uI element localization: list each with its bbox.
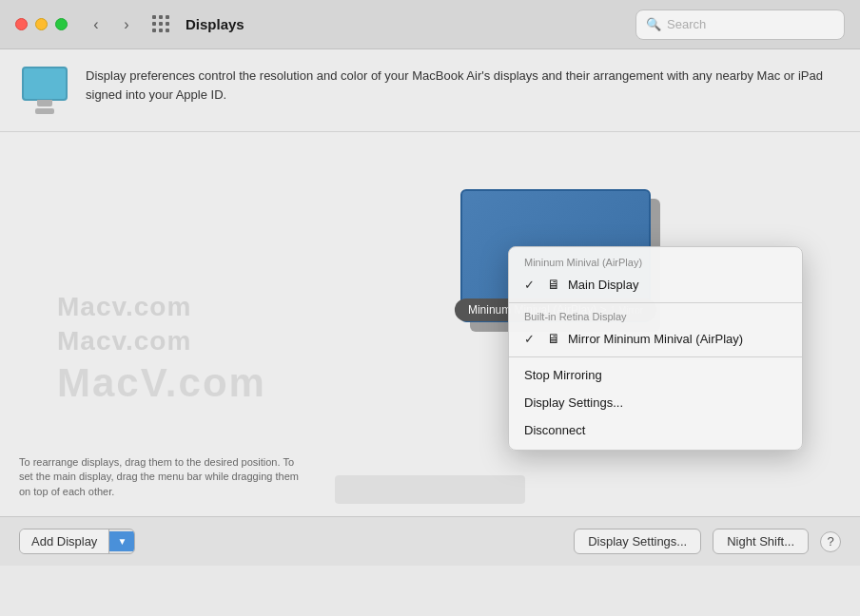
menu-separator-1 [509, 302, 802, 303]
info-left: To rearrange displays, drag them to the … [19, 455, 304, 499]
menu-item-disconnect[interactable]: Disconnect [509, 416, 802, 444]
menu-section-label-2: Built-in Retina Display [509, 307, 802, 324]
menu-item-stop-mirroring[interactable]: Stop Mirroring [509, 361, 802, 389]
description-area: Display preferences control the resoluti… [0, 49, 860, 132]
monitor-icon-2: 🖥 [547, 331, 560, 346]
menu-section-label-1: Mininum Minival (AirPlay) [509, 253, 802, 270]
monitor-stand [35, 108, 54, 114]
watermark-line-3: MacV.com [57, 360, 266, 406]
menu-check-1: ✓ [524, 278, 539, 292]
back-button[interactable]: ‹ [83, 11, 109, 38]
grid-dots [152, 15, 170, 33]
watermark: Macv.com Macv.com MacV.com [57, 292, 266, 406]
search-box[interactable]: 🔍 Search [635, 10, 845, 40]
monitor-icon-1: 🖥 [547, 277, 560, 292]
monitor-icon [22, 67, 68, 101]
traffic-lights [15, 18, 68, 30]
menu-item-main-display[interactable]: ✓ 🖥 Main Display [509, 270, 802, 298]
menu-item-display-settings[interactable]: Display Settings... [509, 389, 802, 416]
search-icon: 🔍 [646, 17, 661, 31]
add-display-button[interactable]: Add Display ▼ [19, 529, 135, 554]
menu-check-2: ✓ [524, 332, 539, 346]
search-placeholder: Search [667, 17, 706, 31]
forward-button[interactable]: › [113, 11, 140, 38]
grid-icon[interactable] [147, 11, 174, 38]
display-icon-wrap [19, 67, 70, 114]
page-title: Displays [186, 16, 244, 32]
add-display-label: Add Display [20, 529, 109, 553]
menu-item-mirror-label: Mirror Mininum Minival (AirPlay) [568, 332, 743, 346]
fullscreen-button[interactable] [55, 18, 68, 30]
main-content: Macv.com Macv.com MacV.com Mininum Miniv… [0, 132, 860, 566]
help-button[interactable]: ? [820, 531, 841, 552]
add-display-arrow-icon[interactable]: ▼ [109, 531, 134, 551]
bottom-bar: Add Display ▼ Display Settings... Night … [0, 516, 860, 566]
watermark-line-2: Macv.com [57, 326, 266, 356]
minimize-button[interactable] [35, 18, 48, 30]
nav-buttons: ‹ › [83, 11, 140, 38]
menu-item-mirror[interactable]: ✓ 🖥 Mirror Mininum Minival (AirPlay) [509, 324, 802, 353]
close-button[interactable] [15, 18, 28, 30]
night-shift-button[interactable]: Night Shift... [713, 529, 809, 554]
description-text: Display preferences control the resoluti… [86, 67, 841, 104]
menu-separator-2 [509, 356, 802, 357]
menu-item-main-display-label: Main Display [568, 278, 638, 292]
context-menu: Mininum Minival (AirPlay) ✓ 🖥 Main Displ… [508, 246, 803, 451]
title-bar: ‹ › Displays 🔍 Search [0, 0, 860, 49]
bottom-info-text: To rearrange displays, drag them to the … [19, 455, 841, 499]
display-settings-button[interactable]: Display Settings... [574, 529, 701, 554]
displays-canvas: Macv.com Macv.com MacV.com Mininum Miniv… [0, 132, 860, 566]
watermark-line-1: Macv.com [57, 292, 266, 322]
